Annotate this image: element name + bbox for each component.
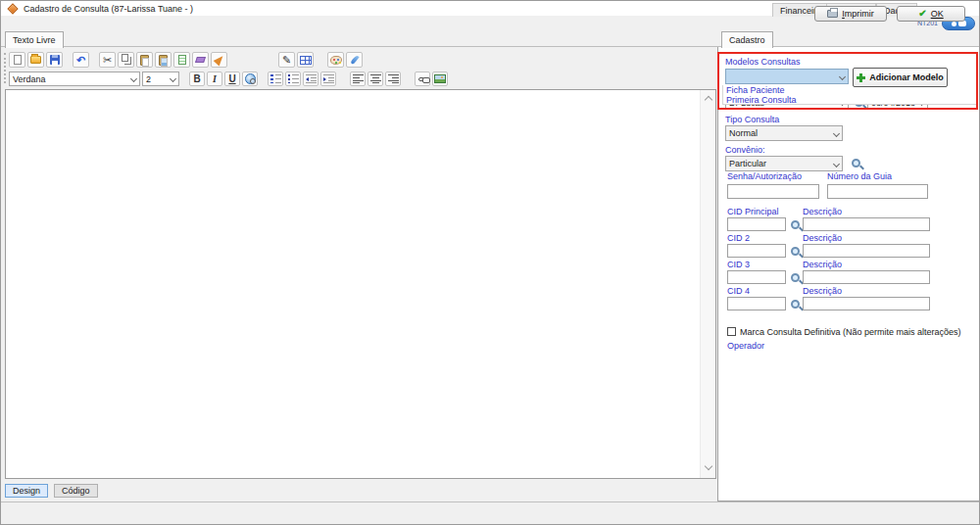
adicionar-modelo-label: Adicionar Modelo — [869, 72, 944, 82]
convenio-label: Convênio: — [725, 145, 765, 155]
cid-4-input[interactable] — [727, 297, 786, 310]
signature-button[interactable]: ✎ — [278, 52, 295, 68]
numero-guia-label: Número da Guia — [827, 171, 892, 181]
modelos-consultas-select[interactable] — [725, 69, 849, 84]
underline-icon: U — [228, 73, 235, 84]
tab-strip — [1, 31, 980, 47]
cid-4-descricao-input[interactable] — [803, 297, 930, 310]
app-icon — [7, 3, 18, 14]
cid-4-search-icon[interactable] — [791, 300, 800, 309]
cid-2-label: CID 2 — [727, 233, 750, 243]
align-center-icon — [370, 74, 381, 83]
indent-button[interactable] — [320, 72, 336, 86]
user-icon — [952, 22, 956, 26]
cid-2-input[interactable] — [727, 244, 786, 258]
paste-image-button[interactable] — [155, 52, 172, 68]
paste-icon — [140, 55, 149, 66]
application-window: Cadastro de Consulta (87-Larissa Tuane -… — [0, 0, 980, 525]
senha-autorizacao-input[interactable] — [727, 184, 819, 199]
paste-image-icon — [159, 55, 168, 66]
unordered-list-button[interactable] — [285, 72, 301, 86]
convenio-select[interactable]: Particular — [725, 156, 843, 171]
consulta-definitiva-label: Marca Consulta Definitiva (Não permite m… — [740, 327, 961, 337]
font-family-value: Verdana — [13, 74, 46, 84]
ordered-list-button[interactable] — [268, 72, 283, 86]
dropdown-option-primeira-consulta[interactable]: Primeira Consulta — [723, 95, 976, 105]
cid-4-label: CID 4 — [727, 286, 750, 296]
indent-icon — [323, 74, 334, 83]
bold-button[interactable]: B — [189, 72, 205, 86]
tab-design[interactable]: Design — [5, 484, 48, 498]
select-content-button[interactable] — [173, 52, 190, 68]
convenio-search-icon[interactable] — [852, 159, 860, 167]
copy-button[interactable] — [118, 52, 134, 68]
align-center-button[interactable] — [368, 72, 383, 86]
open-button[interactable] — [27, 52, 44, 68]
cid-principal-descricao-input[interactable] — [803, 217, 930, 231]
highlighter-icon — [213, 54, 225, 67]
consulta-definitiva-checkbox[interactable] — [727, 327, 736, 336]
font-family-select[interactable]: Verdana — [9, 72, 140, 86]
hyperlink-button[interactable] — [242, 72, 258, 86]
tab-codigo[interactable]: Código — [54, 484, 98, 498]
cid-principal-search-icon[interactable] — [791, 220, 800, 229]
underline-button[interactable]: U — [224, 72, 240, 86]
cid-3-search-icon[interactable] — [791, 273, 800, 282]
bold-icon: B — [193, 73, 200, 84]
cut-button[interactable]: ✂ — [99, 52, 116, 68]
new-document-button[interactable] — [9, 52, 25, 68]
paste-button[interactable] — [136, 52, 153, 68]
insert-link-button[interactable] — [415, 72, 430, 86]
eraser-button[interactable] — [192, 52, 209, 68]
outdent-button[interactable] — [303, 72, 318, 86]
editor-vertical-scrollbar[interactable] — [700, 90, 715, 478]
adicionar-modelo-button[interactable]: Adicionar Modelo — [853, 68, 948, 87]
cid-2-descricao-input[interactable] — [803, 244, 930, 258]
insert-image-button[interactable] — [432, 72, 448, 86]
ordered-list-icon — [270, 74, 281, 83]
italic-button[interactable]: I — [207, 72, 222, 86]
align-right-icon — [388, 74, 399, 83]
cid-2-search-icon[interactable] — [791, 247, 800, 256]
scroll-down-icon[interactable] — [705, 462, 712, 470]
insert-table-button[interactable] — [297, 52, 314, 68]
outdent-icon — [306, 74, 317, 83]
descricao-label: Descrição — [803, 260, 842, 269]
ok-button[interactable]: ✔ OK — [897, 6, 965, 22]
cid-3-descricao-input[interactable] — [803, 270, 930, 284]
scroll-up-icon[interactable] — [705, 96, 712, 104]
numero-guia-input[interactable] — [827, 184, 928, 199]
ok-label: OK — [931, 9, 944, 19]
cid-principal-input[interactable] — [727, 217, 786, 231]
printer-icon — [827, 10, 838, 18]
chevron-down-icon — [839, 72, 846, 79]
align-right-button[interactable] — [385, 72, 401, 86]
undo-icon: ↶ — [76, 55, 85, 66]
imprimir-button[interactable]: Imprimir — [814, 6, 887, 22]
undo-button[interactable]: ↶ — [73, 52, 89, 68]
free-text-editor[interactable] — [5, 89, 716, 479]
spellcheck-button[interactable] — [346, 52, 363, 68]
signature-pencil-icon: ✎ — [282, 55, 291, 66]
cid-principal-label: CID Principal — [727, 207, 779, 216]
palette-icon — [330, 56, 342, 65]
toolbar-grip[interactable] — [4, 53, 6, 83]
spellcheck-feather-icon — [350, 55, 359, 65]
tab-cadastro[interactable]: Cadastro — [721, 31, 773, 48]
save-button[interactable] — [46, 52, 63, 68]
cid-3-input[interactable] — [727, 270, 786, 284]
select-content-icon — [178, 55, 186, 65]
cut-icon: ✂ — [103, 55, 112, 66]
new-document-icon — [14, 55, 22, 65]
tab-texto-livre[interactable]: Texto Livre — [5, 31, 64, 48]
tipo-consulta-value: Normal — [729, 128, 758, 138]
colors-button[interactable] — [327, 52, 344, 68]
check-icon: ✔ — [918, 9, 926, 19]
bottom-bar — [1, 501, 980, 525]
plus-icon — [857, 73, 865, 82]
highlighter-button[interactable] — [211, 52, 227, 68]
tipo-consulta-select[interactable]: Normal — [725, 125, 843, 141]
descricao-label: Descrição — [803, 207, 842, 216]
align-left-button[interactable] — [350, 72, 366, 86]
font-size-select[interactable]: 2 — [142, 72, 179, 86]
